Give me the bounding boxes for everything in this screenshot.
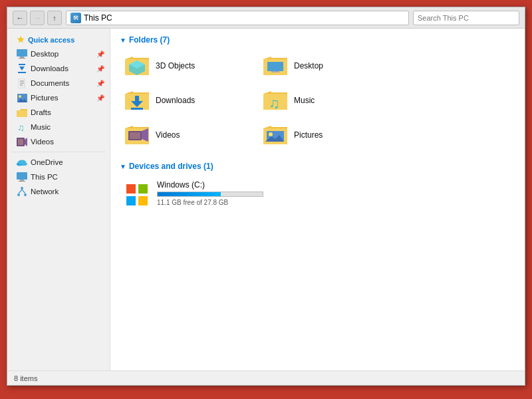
svg-rect-2 xyxy=(19,58,25,59)
sidebar-item-music[interactable]: ♫ Music xyxy=(7,120,110,134)
sidebar-label-desktop: Desktop xyxy=(31,50,59,58)
divider-1 xyxy=(11,152,106,152)
sidebar-label-pictures: Pictures xyxy=(31,94,59,102)
folder-desktop-right[interactable]: Desktop xyxy=(258,51,391,80)
svg-rect-51 xyxy=(138,196,148,205)
sidebar-label-downloads: Downloads xyxy=(31,65,68,72)
pin-icon-downloads: 📌 xyxy=(96,65,104,72)
devices-chevron: ▼ xyxy=(120,163,126,170)
folder-3d-icon xyxy=(124,54,150,78)
svg-line-26 xyxy=(19,190,22,194)
onedrive-icon xyxy=(17,157,27,168)
svg-rect-49 xyxy=(138,184,148,194)
folder-videos[interactable]: Videos xyxy=(120,120,253,150)
svg-point-19 xyxy=(18,160,26,164)
svg-rect-0 xyxy=(17,49,27,57)
sidebar-item-desktop[interactable]: Desktop 📌 xyxy=(7,47,110,61)
folder-desktop-label: Desktop xyxy=(294,61,323,70)
videos-icon xyxy=(17,136,27,147)
sidebar-item-downloads[interactable]: Downloads 📌 xyxy=(7,61,110,76)
svg-rect-3 xyxy=(19,64,25,65)
main-area: ★ Quick access Desktop 📌 Downloads 📌 xyxy=(7,29,525,370)
folder-pictures-right[interactable]: Pictures xyxy=(258,120,391,150)
svg-point-23 xyxy=(21,187,23,190)
drive-windows-c[interactable]: Windows (C:) 11.1 GB free of 27.8 GB xyxy=(120,178,306,209)
sidebar: ★ Quick access Desktop 📌 Downloads 📌 xyxy=(7,29,110,370)
network-icon xyxy=(17,186,27,197)
pin-icon-documents: 📌 xyxy=(96,80,104,87)
drive-c-info: Windows (C:) 11.1 GB free of 27.8 GB xyxy=(157,180,302,206)
quick-access-header: ★ Quick access xyxy=(7,33,110,47)
folder-pictures-icon xyxy=(262,123,289,147)
folders-section-title: Folders (7) xyxy=(129,35,170,45)
sidebar-label-videos: Videos xyxy=(31,138,54,146)
nav-buttons: ← → ↑ xyxy=(13,11,62,25)
drive-c-icon xyxy=(124,182,150,205)
drive-c-space: 11.1 GB free of 27.8 GB xyxy=(157,199,302,206)
svg-point-11 xyxy=(19,95,21,98)
svg-marker-4 xyxy=(19,66,25,70)
folder-3d-label: 3D Objects xyxy=(156,61,195,70)
sidebar-item-pictures[interactable]: Pictures 📌 xyxy=(7,90,110,105)
svg-rect-5 xyxy=(18,72,26,73)
file-explorer-window: ← → ↑ 🛠 This PC ★ Quick access Desktop 📌 xyxy=(7,7,525,386)
sidebar-item-drafts[interactable]: Drafts xyxy=(7,105,110,120)
devices-section-title: Devices and drives (1) xyxy=(129,162,213,171)
folder-videos-icon xyxy=(124,123,150,147)
pc-icon: 🛠 xyxy=(70,13,81,23)
address-text: This PC xyxy=(84,13,112,23)
up-button[interactable]: ↑ xyxy=(47,11,62,25)
folder-3d-objects[interactable]: 3D Objects xyxy=(120,51,253,80)
folder-desktop-icon xyxy=(262,54,289,78)
thispc-icon xyxy=(17,172,27,182)
desktop-icon xyxy=(17,49,27,59)
svg-rect-20 xyxy=(17,172,27,180)
folder-music-label: Music xyxy=(294,96,315,105)
folders-grid: 3D Objects Desktop xyxy=(120,51,515,150)
folders-section-header[interactable]: ▼ Folders (7) xyxy=(120,35,515,45)
svg-text:♫: ♫ xyxy=(269,95,280,112)
sidebar-item-videos[interactable]: Videos xyxy=(7,134,110,149)
sidebar-item-onedrive[interactable]: OneDrive xyxy=(7,155,110,170)
svg-rect-48 xyxy=(126,184,136,194)
pictures-icon xyxy=(17,92,27,103)
drive-c-bar xyxy=(157,192,263,197)
folder-downloads-label: Downloads xyxy=(156,96,195,105)
folders-chevron: ▼ xyxy=(120,37,126,44)
folder-downloads-icon xyxy=(124,88,150,112)
folder-music-icon: ♫ xyxy=(262,88,289,112)
sidebar-item-network[interactable]: Network xyxy=(7,184,110,199)
sidebar-label-thispc: This PC xyxy=(31,173,58,181)
search-input[interactable] xyxy=(413,11,519,25)
drafts-folder-icon xyxy=(17,107,27,118)
sidebar-label-music: Music xyxy=(31,123,51,131)
svg-rect-43 xyxy=(130,132,140,139)
documents-icon xyxy=(17,78,27,88)
sidebar-item-documents[interactable]: Documents 📌 xyxy=(7,76,110,90)
pin-icon-pictures: 📌 xyxy=(96,94,104,102)
sidebar-label-drafts: Drafts xyxy=(31,108,51,116)
svg-rect-37 xyxy=(131,108,143,110)
address-bar[interactable]: 🛠 This PC xyxy=(66,11,409,25)
back-button[interactable]: ← xyxy=(13,11,27,25)
drives-list: Windows (C:) 11.1 GB free of 27.8 GB xyxy=(120,178,515,209)
pin-icon: 📌 xyxy=(96,51,104,58)
folder-downloads[interactable]: Downloads xyxy=(120,86,253,115)
folder-videos-label: Videos xyxy=(156,130,180,140)
svg-marker-15 xyxy=(25,138,27,146)
svg-rect-50 xyxy=(126,196,136,205)
item-count: 8 items xyxy=(14,374,37,382)
devices-section-header[interactable]: ▼ Devices and drives (1) xyxy=(120,162,515,171)
drive-c-fill xyxy=(158,192,221,196)
svg-text:♫: ♫ xyxy=(17,122,25,132)
folder-music-right[interactable]: ♫ Music xyxy=(258,86,391,115)
sidebar-label-onedrive: OneDrive xyxy=(31,158,63,166)
sidebar-item-thispc[interactable]: This PC xyxy=(7,170,110,184)
drive-c-name: Windows (C:) xyxy=(157,180,302,190)
svg-rect-33 xyxy=(271,71,279,72)
folder-pictures-label: Pictures xyxy=(294,130,323,140)
titlebar: ← → ↑ 🛠 This PC xyxy=(7,7,525,29)
svg-rect-35 xyxy=(135,96,139,101)
forward-button[interactable]: → xyxy=(30,11,45,25)
svg-point-25 xyxy=(24,194,27,196)
